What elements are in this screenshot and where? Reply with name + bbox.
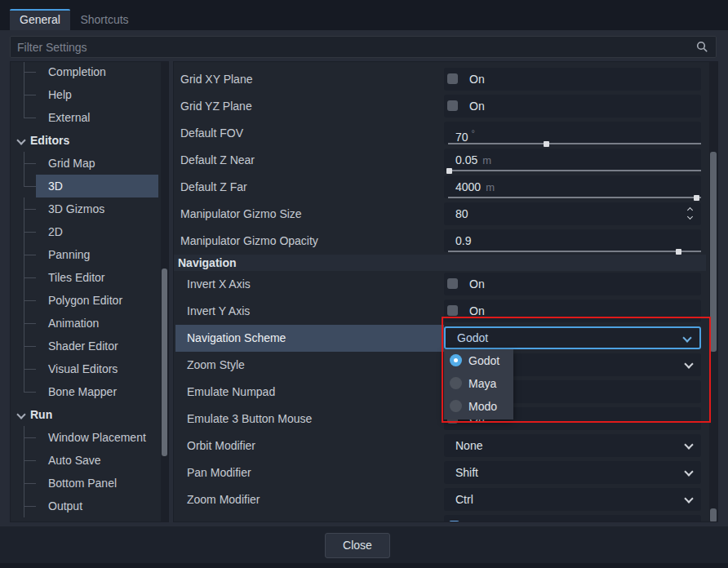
tree-item-visual-editors[interactable]: Visual Editors: [11, 357, 168, 380]
settings-scrollbar-thumb[interactable]: [710, 152, 717, 352]
slider-handle[interactable]: [694, 195, 699, 201]
manipulator-gizmo-size-spinner[interactable]: 80: [444, 202, 701, 225]
default-z-near-field[interactable]: 0.05m: [444, 149, 701, 171]
field-value: 4000: [455, 180, 481, 193]
default-z-far-field[interactable]: 4000m: [444, 175, 701, 198]
setting-row-manipulator-gizmo-size: Manipulator Gizmo Size 80: [174, 201, 717, 228]
tree-item-shader-editor[interactable]: Shader Editor: [11, 335, 168, 357]
checkbox-label: On: [469, 68, 485, 91]
navigation-scheme-dropdown[interactable]: Godot: [444, 326, 701, 349]
radio-unselected-icon: [450, 377, 462, 389]
tree-item-panning[interactable]: Panning: [11, 243, 168, 266]
tree-collapse-icon[interactable]: [16, 410, 25, 419]
setting-label: Manipulator Gizmo Size: [180, 201, 302, 228]
tree-item-polygon-editor[interactable]: Polygon Editor: [11, 289, 168, 312]
sidebar-scrollbar-thumb[interactable]: [162, 268, 167, 456]
field-value: 0.9: [455, 229, 471, 252]
search-icon: [696, 41, 708, 53]
tab-shortcuts[interactable]: Shortcuts: [73, 9, 135, 30]
tree-item-auto-save[interactable]: Auto Save: [11, 449, 168, 472]
checkbox-icon[interactable]: [447, 305, 458, 316]
tree-item-help[interactable]: Help: [11, 83, 168, 106]
setting-row-orbit-modifier: Orbit Modifier None: [174, 433, 717, 459]
grid-xy-plane-checkbox-cell[interactable]: On: [444, 68, 701, 91]
tree-item-grid-map[interactable]: Grid Map: [11, 152, 168, 175]
field-value: 70: [455, 131, 468, 144]
tree-item-window-placement[interactable]: Window Placement: [11, 426, 168, 449]
checkbox-label: On: [469, 300, 485, 322]
filter-settings-bar: [10, 36, 717, 58]
default-fov-field[interactable]: 70°: [444, 122, 701, 144]
checkbox-icon[interactable]: [447, 278, 458, 289]
checkbox-label: On: [469, 273, 485, 295]
setting-label: Emulate 3 Button Mouse: [187, 406, 312, 433]
settings-panel: Grid XY Plane On Grid YZ Plane On Defaul…: [173, 61, 718, 522]
unit-label: °: [472, 128, 475, 138]
slider-track[interactable]: [448, 251, 701, 252]
dropdown-value: Ctrl: [455, 488, 473, 511]
setting-row-default-fov: Default FOV 70°: [174, 120, 717, 147]
setting-label: Invert X Axis: [187, 271, 251, 298]
tree-item-3d[interactable]: 3D: [11, 175, 168, 197]
field-value: 0.05: [455, 153, 477, 166]
tab-general[interactable]: General: [10, 9, 70, 30]
radio-unselected-icon: [450, 400, 462, 412]
setting-label: Navigation Scheme: [187, 325, 286, 352]
setting-label: Pan Modifier: [187, 459, 251, 486]
setting-label: Zoom Modifier: [187, 486, 260, 513]
tree-item-3d-gizmos[interactable]: 3D Gizmos: [11, 197, 168, 220]
setting-row-warped-mouse-panning: Warped Mouse Panning: [174, 513, 717, 522]
checkbox-icon[interactable]: [447, 73, 458, 84]
checkbox-icon[interactable]: [447, 100, 458, 111]
checkbox-label: On: [469, 95, 485, 118]
invert-x-axis-checkbox-cell[interactable]: On: [444, 273, 701, 295]
tree-item-bottom-panel[interactable]: Bottom Panel: [11, 472, 168, 495]
dropdown-chevron-icon: [684, 440, 693, 449]
tree-item-run[interactable]: Run: [11, 403, 168, 426]
setting-label: Invert Y Axis: [187, 298, 250, 325]
dropdown-chevron-icon: [684, 494, 693, 503]
tree-collapse-icon[interactable]: [16, 135, 25, 144]
popup-option-godot[interactable]: Godot: [444, 349, 513, 372]
zoom-modifier-dropdown[interactable]: Ctrl: [444, 488, 701, 511]
dropdown-chevron-icon: [684, 467, 693, 476]
tree-item-output[interactable]: Output: [11, 495, 168, 517]
setting-label: Grid XY Plane: [180, 66, 252, 93]
tree-item-editors[interactable]: Editors: [11, 129, 168, 152]
tree-item-bone-mapper[interactable]: Bone Mapper: [11, 380, 168, 403]
settings-scrollbar-bottom-segment[interactable]: [710, 508, 717, 522]
slider-track[interactable]: [448, 197, 701, 198]
popup-option-maya[interactable]: Maya: [444, 372, 513, 395]
spinner-icon[interactable]: [687, 208, 694, 220]
orbit-modifier-dropdown[interactable]: None: [444, 434, 701, 457]
invert-y-axis-checkbox-cell[interactable]: On: [444, 300, 701, 322]
slider-handle[interactable]: [544, 141, 549, 147]
close-button[interactable]: Close: [325, 533, 390, 558]
tree-item-external[interactable]: External: [11, 106, 168, 129]
filter-input[interactable]: [11, 37, 716, 57]
setting-row-zoom-modifier: Zoom Modifier Ctrl: [174, 486, 717, 513]
popup-option-modo[interactable]: Modo: [444, 395, 513, 418]
grid-yz-plane-checkbox-cell[interactable]: On: [444, 95, 701, 118]
pan-modifier-dropdown[interactable]: Shift: [444, 461, 701, 484]
setting-label: Manipulator Gizmo Opacity: [180, 228, 318, 255]
slider-track[interactable]: [448, 143, 701, 144]
field-value: 80: [455, 202, 468, 225]
radio-selected-icon: [450, 354, 462, 366]
tree-item-completion[interactable]: Completion: [11, 61, 168, 83]
tree-item-tiles-editor[interactable]: Tiles Editor: [11, 266, 168, 289]
slider-track[interactable]: [448, 170, 701, 171]
manipulator-gizmo-opacity-field[interactable]: 0.9: [444, 229, 701, 252]
setting-row-invert-y-axis: Invert Y Axis On: [174, 298, 717, 325]
slider-handle[interactable]: [676, 249, 681, 255]
setting-label: Default Z Far: [180, 174, 247, 201]
tree-item-2d[interactable]: 2D: [11, 220, 168, 243]
window-bottom-edge: [0, 563, 728, 568]
dropdown-value: Godot: [457, 326, 488, 349]
checkbox-checked-icon[interactable]: [449, 521, 459, 522]
tree-item-animation[interactable]: Animation: [11, 312, 168, 335]
warped-mouse-panning-checkbox-cell[interactable]: [444, 515, 701, 522]
slider-handle[interactable]: [446, 168, 452, 174]
setting-row-manipulator-gizmo-opacity: Manipulator Gizmo Opacity 0.9: [174, 228, 717, 255]
setting-label: Warped Mouse Panning: [187, 513, 309, 522]
